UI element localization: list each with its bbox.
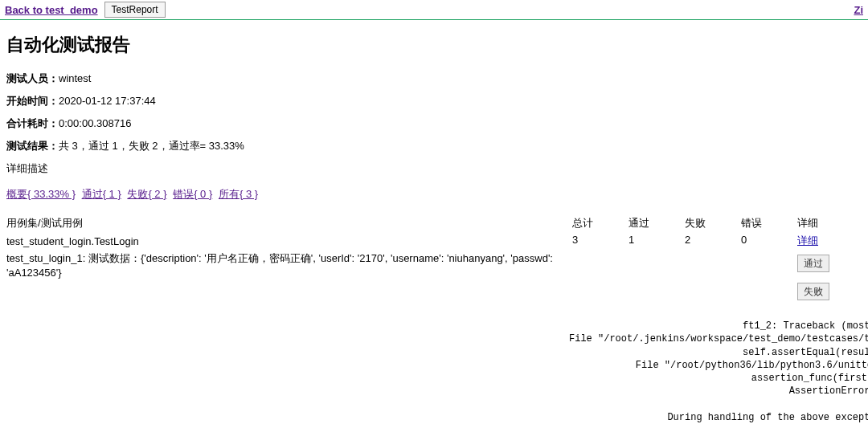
tc2-name: test_stu_login_2: 测试数据：{'description': '…	[6, 376, 569, 424]
elapsed-value: 0:00:00.308716	[59, 117, 131, 129]
result-table: 用例集/测试用例 总计 通过 失败 错误 详细 test_student_log…	[6, 214, 862, 424]
z-link[interactable]: Zi	[854, 4, 863, 16]
tester-label: 测试人员：	[6, 72, 59, 84]
tester-row: 测试人员：wintest	[6, 71, 862, 86]
filter-all[interactable]: 所有{ 3 }	[219, 188, 258, 200]
detail-description-label: 详细描述	[6, 161, 862, 176]
traceback-block: ft1_2: Traceback (most recent call last)…	[569, 307, 868, 424]
start-row: 开始时间：2020-01-12 17:37:44	[6, 94, 862, 108]
testcase-row-1: test_stu_login_1: 测试数据：{'description': '…	[6, 250, 862, 281]
content: 自动化测试报告 测试人员：wintest 开始时间：2020-01-12 17:…	[0, 20, 868, 424]
suite-error: 0	[738, 232, 794, 247]
page-title: 自动化测试报告	[6, 33, 862, 57]
filter-pass[interactable]: 通过{ 1 }	[82, 188, 121, 200]
tab-test-report[interactable]: TestReport	[104, 2, 166, 18]
table-header-row: 用例集/测试用例 总计 通过 失败 错误 详细	[6, 214, 862, 232]
filter-links: 概要{ 33.33% } 通过{ 1 } 失败{ 2 } 错误{ 0 } 所有{…	[6, 187, 862, 202]
th-fail: 失败	[682, 214, 738, 232]
start-value: 2020-01-12 17:37:44	[59, 95, 156, 107]
start-label: 开始时间：	[6, 95, 59, 107]
tc1-name: test_stu_login_1: 测试数据：{'description': '…	[6, 250, 569, 281]
elapsed-label: 合计耗时：	[6, 117, 59, 129]
suite-fail: 2	[682, 232, 738, 247]
suite-name: test_student_login.TestLogin	[6, 234, 569, 249]
topbar: Back to test_demo TestReport Zi	[0, 0, 868, 20]
th-name: 用例集/测试用例	[6, 214, 569, 232]
filter-fail[interactable]: 失败{ 2 }	[127, 188, 166, 200]
testcase-row-2: test_stu_login_2: 测试数据：{'description': '…	[6, 302, 862, 424]
result-label: 测试结果：	[6, 140, 59, 152]
suite-row: test_student_login.TestLogin 3 1 2 0 详细	[6, 232, 862, 250]
suite-total: 3	[569, 232, 625, 247]
filter-error[interactable]: 错误{ 0 }	[173, 188, 212, 200]
th-error: 错误	[738, 214, 794, 232]
tc1-status-button[interactable]: 通过	[797, 255, 829, 272]
th-total: 总计	[569, 214, 625, 232]
suite-detail-link[interactable]: 详细	[797, 234, 818, 247]
tc2-status-button[interactable]: 失败	[797, 283, 829, 300]
testcase-row-2-status: 失败	[6, 281, 862, 302]
result-value: 共 3，通过 1，失败 2，通过率= 33.33%	[59, 140, 244, 152]
tester-value: wintest	[59, 72, 91, 84]
back-link[interactable]: Back to test_demo	[5, 4, 98, 16]
th-pass: 通过	[625, 214, 682, 232]
result-row: 测试结果：共 3，通过 1，失败 2，通过率= 33.33%	[6, 139, 862, 153]
th-detail: 详细	[794, 214, 850, 232]
elapsed-row: 合计耗时：0:00:00.308716	[6, 116, 862, 131]
filter-summary[interactable]: 概要{ 33.33% }	[6, 188, 76, 200]
suite-pass: 1	[625, 232, 682, 247]
